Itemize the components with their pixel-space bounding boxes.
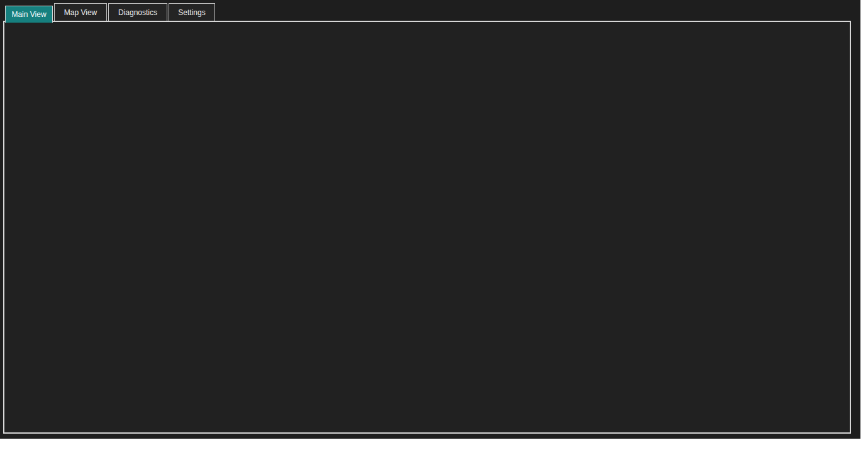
app-window: Main View Map View Diagnostics Settings … xyxy=(0,0,860,439)
main-view-page xyxy=(3,21,851,434)
tab-map-view-label: Map View xyxy=(64,8,97,17)
tab-settings-label: Settings xyxy=(178,8,205,17)
tab-diagnostics[interactable]: Diagnostics xyxy=(108,3,167,21)
tab-diagnostics-label: Diagnostics xyxy=(118,8,157,17)
tab-settings[interactable]: Settings xyxy=(169,3,215,21)
tab-main-view-label: Main View xyxy=(11,10,46,19)
tab-main-view[interactable]: Main View xyxy=(5,6,53,23)
tab-map-view[interactable]: Map View xyxy=(54,3,107,21)
